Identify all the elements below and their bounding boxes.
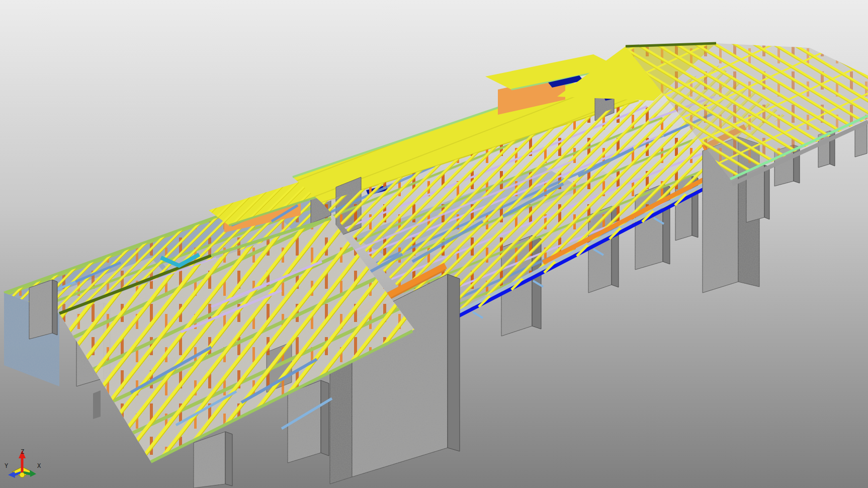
z-axis-label: Z bbox=[21, 448, 24, 455]
concrete-pier[interactable] bbox=[194, 432, 232, 488]
concrete-pier[interactable] bbox=[93, 390, 101, 419]
concrete-pier[interactable] bbox=[29, 280, 57, 339]
y-axis-label: Y bbox=[5, 462, 9, 469]
y-axis-arrowhead bbox=[8, 471, 15, 478]
x-axis-label: X bbox=[37, 462, 41, 469]
building-model[interactable]: Z Y X bbox=[4, 43, 868, 488]
model-canvas[interactable]: Z Y X bbox=[0, 0, 868, 488]
axis-gizmo: Z Y X bbox=[5, 448, 41, 478]
viewport-3d[interactable]: Z Y X bbox=[0, 0, 868, 488]
origin-ball bbox=[20, 472, 25, 477]
x-axis-arrowhead bbox=[30, 470, 36, 477]
